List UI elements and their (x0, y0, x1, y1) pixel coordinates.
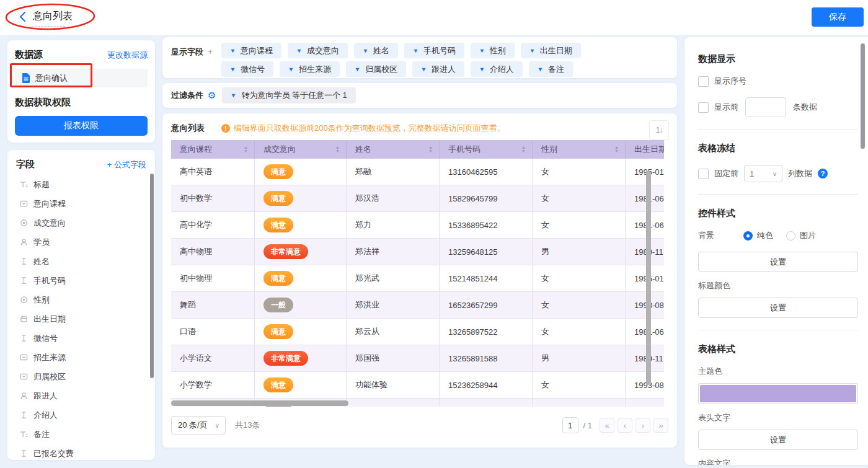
display-field-chip[interactable]: ▼备注 (529, 61, 573, 77)
display-field-chip[interactable]: ▼跟进人 (412, 61, 464, 77)
display-field-chip[interactable]: ▼手机号码 (404, 43, 464, 58)
vertical-scrollbar[interactable] (646, 171, 651, 385)
sort-icon: ▲▼ (521, 146, 526, 153)
field-item[interactable]: 微信号 (7, 329, 155, 348)
display-field-chip[interactable]: ▼姓名 (354, 43, 398, 58)
field-item[interactable]: 标题 (7, 175, 155, 194)
table-cell: 1995-01 (626, 159, 664, 185)
document-icon (22, 73, 30, 83)
help-icon[interactable]: ? (818, 169, 828, 179)
display-field-chip[interactable]: ▼性别 (471, 43, 515, 58)
display-fields-card: 显示字段 + ▼意向课程▼成交意向▼姓名▼手机号码▼性别▼出生日期▼微信号▼招生… (162, 37, 677, 78)
field-item[interactable]: 性别 (7, 290, 155, 309)
column-header[interactable]: 出生日期▲▼ (626, 140, 664, 159)
field-item[interactable]: 介绍人 (7, 405, 155, 425)
back-icon[interactable] (19, 11, 27, 22)
freeze-count-select[interactable]: 1 ∨ (744, 165, 782, 182)
first-page-button[interactable]: « (600, 418, 614, 433)
table-cell: 满意 (255, 159, 347, 185)
warning-icon: ! (221, 124, 230, 133)
table-cell: 功能体验 (347, 372, 440, 398)
formula-field-link[interactable]: + 公式字段 (107, 159, 146, 170)
background-setting-button[interactable]: 设置 (698, 252, 858, 272)
add-field-icon[interactable]: + (208, 46, 213, 78)
page-size-select[interactable]: 20 条/页 ∨ (171, 416, 226, 435)
theme-color-swatch[interactable] (698, 383, 858, 404)
field-item[interactable]: 姓名 (7, 252, 155, 271)
field-item[interactable]: 已报名交费 (7, 444, 155, 460)
table-cell: 舞蹈 (171, 292, 255, 318)
table-cell: 1989-11 (626, 239, 664, 265)
field-item[interactable]: 意向课程 (7, 194, 155, 213)
filter-condition-chip[interactable]: ▼ 转为意向学员 等于任意一个 1 (222, 87, 355, 104)
display-field-chip[interactable]: ▼微信号 (221, 61, 273, 77)
report-permission-button[interactable]: 报表权限 (15, 116, 148, 136)
text-field-icon (19, 276, 28, 285)
table-row: 口语满意郑云从13265897522女1981-06 (171, 319, 664, 345)
field-item[interactable]: 招生来源 (7, 348, 155, 367)
table-cell: 初中物理 (171, 265, 255, 291)
display-field-chip[interactable]: ▼出生日期 (521, 43, 581, 58)
radio-field-icon (19, 219, 28, 227)
table-cell: 1993-08 (626, 372, 664, 398)
table-cell (440, 399, 533, 407)
sort-order-tool[interactable]: 1↓ (649, 120, 669, 140)
display-field-chip[interactable]: ▼意向课程 (221, 43, 281, 58)
show-index-checkbox[interactable] (698, 76, 709, 87)
preview-notice: ! 编辑界面只取数据源前200条作为查询数据预览，完整数据请访问页面查看。 (221, 123, 505, 134)
table-cell: 高中物理 (171, 239, 255, 265)
table-cell: 高中化学 (171, 212, 255, 238)
table-cell (533, 399, 626, 407)
field-item[interactable]: 跟进人 (7, 386, 155, 405)
table-cell: 郑洪业 (347, 292, 440, 318)
page-number-input[interactable] (562, 417, 578, 433)
show-first-checkbox[interactable] (698, 102, 709, 113)
horizontal-scrollbar[interactable] (171, 400, 348, 406)
header-text-setting-button[interactable]: 设置 (698, 430, 858, 450)
datasource-item[interactable]: 意向确认 (15, 69, 148, 87)
field-item[interactable]: 手机号码 (7, 271, 155, 290)
row-limit-input[interactable] (745, 97, 786, 117)
field-item[interactable]: 出生日期 (7, 309, 155, 329)
sort-icon: ▲▼ (614, 146, 619, 153)
column-header[interactable]: 姓名▲▼ (347, 140, 440, 159)
table-cell: 女 (533, 159, 626, 185)
chevron-down-icon: ▼ (230, 48, 236, 54)
chevron-down-icon: ▼ (355, 66, 361, 73)
table-row: 高中英语满意郑融13160462595女1995-01 (171, 159, 664, 185)
gear-icon[interactable]: ⚙ (208, 90, 216, 101)
next-page-button[interactable]: › (636, 418, 650, 433)
display-field-chip[interactable]: ▼成交意向 (288, 43, 348, 58)
column-header[interactable]: 意向课程▲▼ (171, 140, 255, 159)
panel-scrollbar[interactable] (861, 43, 865, 149)
header-text-label: 表头文字 (698, 412, 858, 423)
title-color-setting-button[interactable]: 设置 (698, 298, 858, 318)
last-page-button[interactable]: » (653, 418, 668, 433)
display-field-chip[interactable]: ▼归属校区 (346, 61, 406, 77)
freeze-title: 表格冻结 (698, 143, 858, 154)
save-button[interactable]: 保存 (812, 7, 864, 27)
column-header[interactable]: 性别▲▼ (533, 140, 626, 159)
solid-color-radio[interactable] (743, 231, 753, 241)
field-item[interactable]: 备注 (7, 425, 155, 444)
prev-page-button[interactable]: ‹ (618, 418, 632, 433)
display-field-chip[interactable]: ▼招生来源 (280, 61, 340, 77)
table-cell: 郑光武 (347, 265, 440, 291)
chevron-down-icon: ▼ (288, 66, 294, 73)
title-field-icon (19, 180, 28, 189)
fields-scrollbar[interactable] (150, 174, 154, 378)
table-cell: 女 (533, 185, 626, 211)
image-radio[interactable] (786, 231, 795, 241)
field-item[interactable]: 归属校区 (7, 367, 155, 386)
table-row: 小学语文非常满意郑国强13265891588男1989-11 (171, 345, 664, 372)
table-cell: 男 (533, 345, 626, 371)
column-header[interactable]: 手机号码▲▼ (440, 140, 533, 159)
sort-icon: ▲▼ (335, 146, 340, 153)
field-item[interactable]: 学员 (7, 232, 155, 252)
display-field-chip[interactable]: ▼介绍人 (471, 61, 523, 77)
change-datasource-link[interactable]: 更改数据源 (107, 50, 148, 61)
field-item[interactable]: 成交意向 (7, 213, 155, 232)
preview-title: 意向列表 (171, 123, 205, 134)
column-header[interactable]: 成交意向▲▼ (255, 140, 347, 159)
freeze-checkbox[interactable] (698, 169, 709, 179)
